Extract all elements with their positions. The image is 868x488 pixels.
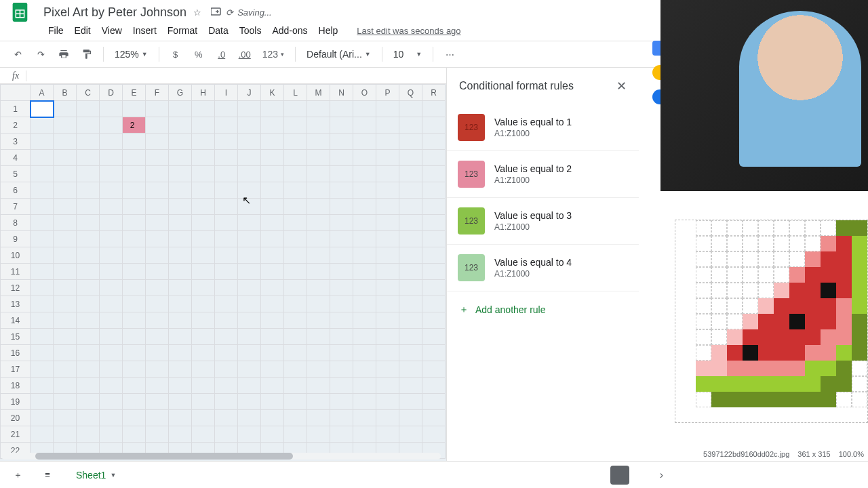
hscrollbar[interactable] [1, 453, 441, 460]
menu-help[interactable]: Help [314, 22, 343, 39]
cell-L18[interactable] [284, 378, 307, 394]
cell-L21[interactable] [284, 426, 307, 443]
cell-P10[interactable] [376, 247, 399, 264]
cell-A10[interactable] [31, 247, 54, 264]
cell-I13[interactable] [215, 296, 238, 312]
cell-Q16[interactable] [399, 345, 422, 361]
cell-G20[interactable] [169, 410, 192, 426]
cell-R20[interactable] [422, 410, 446, 426]
cell-N18[interactable] [330, 378, 353, 394]
cell-Q21[interactable] [399, 426, 422, 443]
cell-G18[interactable] [169, 378, 192, 394]
cell-I21[interactable] [215, 426, 238, 443]
cell-F12[interactable] [146, 280, 169, 296]
cell-A5[interactable] [31, 166, 54, 182]
cell-P8[interactable] [376, 215, 399, 231]
cell-H14[interactable] [192, 312, 215, 329]
cell-K15[interactable] [261, 329, 284, 345]
cell-D13[interactable] [100, 296, 123, 312]
cell-F3[interactable] [146, 134, 169, 150]
cell-P9[interactable] [376, 231, 399, 247]
cell-K12[interactable] [261, 280, 284, 296]
cell-G12[interactable] [169, 280, 192, 296]
dec-decimal-button[interactable]: .0 [212, 45, 231, 64]
cell-K20[interactable] [261, 410, 284, 426]
cell-L20[interactable] [284, 410, 307, 426]
cell-H5[interactable] [192, 166, 215, 182]
cell-K7[interactable] [261, 199, 284, 215]
cell-E17[interactable] [123, 361, 146, 378]
cell-O9[interactable] [353, 231, 376, 247]
cell-C17[interactable] [77, 361, 100, 378]
cell-B12[interactable] [54, 280, 77, 296]
cell-D3[interactable] [100, 134, 123, 150]
cell-P3[interactable] [376, 134, 399, 150]
cell-M13[interactable] [307, 296, 330, 312]
cell-M1[interactable] [307, 101, 330, 117]
cell-E6[interactable] [123, 182, 146, 199]
cell-K16[interactable] [261, 345, 284, 361]
cell-J21[interactable] [238, 426, 261, 443]
cell-B19[interactable] [54, 394, 77, 410]
cell-G7[interactable] [169, 199, 192, 215]
cell-J19[interactable] [238, 394, 261, 410]
cell-E10[interactable] [123, 247, 146, 264]
cell-M21[interactable] [307, 426, 330, 443]
cell-E18[interactable] [123, 378, 146, 394]
cell-N16[interactable] [330, 345, 353, 361]
cell-Q2[interactable] [399, 117, 422, 134]
cell-C14[interactable] [77, 312, 100, 329]
cell-R8[interactable] [422, 215, 446, 231]
cell-D9[interactable] [100, 231, 123, 247]
cell-E20[interactable] [123, 410, 146, 426]
move-icon[interactable] [211, 7, 222, 18]
cell-Q20[interactable] [399, 410, 422, 426]
sheet-tab[interactable]: Sheet1▼ [68, 466, 124, 485]
cell-Q10[interactable] [399, 247, 422, 264]
last-edit[interactable]: Last edit was seconds ago [352, 23, 465, 39]
cell-A16[interactable] [31, 345, 54, 361]
cell-J13[interactable] [238, 296, 261, 312]
doc-title[interactable]: Pixel Art by Peter Johnson [41, 4, 189, 21]
cell-D15[interactable] [100, 329, 123, 345]
cell-J12[interactable] [238, 280, 261, 296]
cell-D1[interactable] [100, 101, 123, 117]
cell-J18[interactable] [238, 378, 261, 394]
cell-L17[interactable] [284, 361, 307, 378]
cell-Q13[interactable] [399, 296, 422, 312]
cell-L8[interactable] [284, 215, 307, 231]
cell-F21[interactable] [146, 426, 169, 443]
cell-M15[interactable] [307, 329, 330, 345]
cell-Q4[interactable] [399, 150, 422, 166]
cell-H9[interactable] [192, 231, 215, 247]
cell-D14[interactable] [100, 312, 123, 329]
cell-J8[interactable] [238, 215, 261, 231]
cell-Q17[interactable] [399, 361, 422, 378]
cell-R19[interactable] [422, 394, 446, 410]
menu-format[interactable]: Format [163, 22, 202, 39]
cell-J16[interactable] [238, 345, 261, 361]
cell-O19[interactable] [353, 394, 376, 410]
cell-L14[interactable] [284, 312, 307, 329]
cell-G3[interactable] [169, 134, 192, 150]
cell-D18[interactable] [100, 378, 123, 394]
cell-C21[interactable] [77, 426, 100, 443]
cell-L2[interactable] [284, 117, 307, 134]
cell-R13[interactable] [422, 296, 446, 312]
cell-A4[interactable] [31, 150, 54, 166]
cell-K14[interactable] [261, 312, 284, 329]
cell-I9[interactable] [215, 231, 238, 247]
cell-N6[interactable] [330, 182, 353, 199]
cell-F18[interactable] [146, 378, 169, 394]
cell-K3[interactable] [261, 134, 284, 150]
more-tools-button[interactable]: ⋯ [440, 45, 459, 64]
cell-E12[interactable] [123, 280, 146, 296]
cell-L9[interactable] [284, 231, 307, 247]
cell-C11[interactable] [77, 264, 100, 280]
cell-L10[interactable] [284, 247, 307, 264]
cell-A17[interactable] [31, 361, 54, 378]
cell-Q3[interactable] [399, 134, 422, 150]
cell-L13[interactable] [284, 296, 307, 312]
cell-P16[interactable] [376, 345, 399, 361]
cell-H17[interactable] [192, 361, 215, 378]
